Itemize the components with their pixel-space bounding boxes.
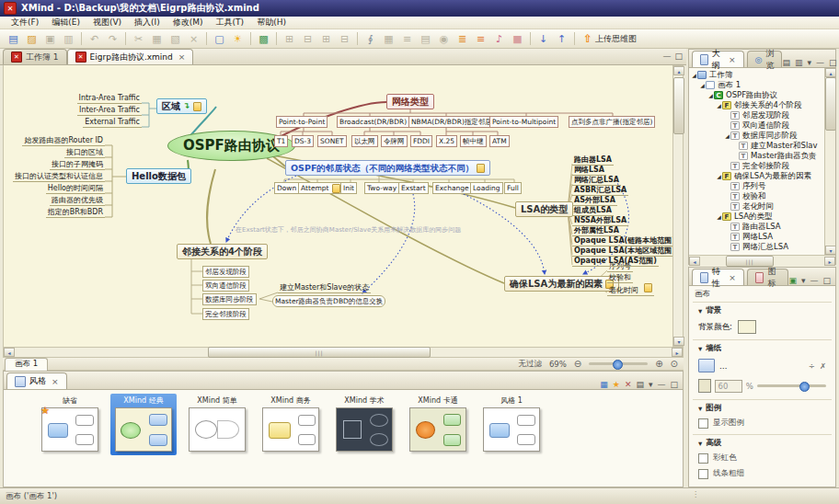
wallpaper-picture-icon[interactable] bbox=[698, 359, 715, 372]
new-view-icon[interactable]: ▣ bbox=[788, 276, 797, 285]
tree-item-central[interactable]: ◢COSPF路由协议 bbox=[689, 90, 835, 100]
phase-child[interactable]: 双向通信阶段 bbox=[202, 280, 249, 292]
presentation-icon[interactable]: ▢ bbox=[212, 32, 227, 46]
state-child[interactable]: Loading bbox=[470, 182, 503, 194]
state-child[interactable]: Attempt bbox=[298, 182, 343, 194]
new-workbook-icon[interactable]: ▤ bbox=[6, 32, 21, 46]
copy-icon[interactable]: ▦ bbox=[149, 32, 165, 46]
close-panel-icon[interactable]: × bbox=[729, 273, 736, 282]
topic-area[interactable]: 区域 ↴ bbox=[156, 98, 207, 114]
upload-map-button[interactable]: ⇧ 上传思维图 bbox=[580, 31, 640, 46]
note-icon[interactable] bbox=[644, 283, 652, 292]
state-child[interactable]: Two-way bbox=[364, 182, 399, 194]
menu-tools[interactable]: 工具(T) bbox=[211, 16, 250, 29]
tree-item[interactable]: T完全邻接阶段 bbox=[689, 161, 835, 171]
vscroll-thumb[interactable] bbox=[673, 77, 684, 134]
scroll-down-icon[interactable]: ▾ bbox=[673, 337, 684, 346]
tree-item[interactable]: T双向通信阶段 bbox=[689, 120, 835, 131]
opacity-slider-thumb[interactable] bbox=[799, 382, 810, 392]
maximize-panel-icon[interactable]: □ bbox=[822, 276, 831, 285]
background-color-swatch[interactable] bbox=[738, 320, 756, 334]
state-child[interactable]: Down bbox=[274, 182, 299, 194]
phase-child[interactable]: 数据库同步阶段 bbox=[202, 293, 257, 305]
attachment-icon[interactable]: ∮ bbox=[362, 32, 378, 46]
tree-item[interactable]: T校验和 bbox=[689, 191, 835, 201]
topic-lsa-types[interactable]: LSA的类型 bbox=[515, 201, 573, 217]
topic-lsa-freshness[interactable]: 确保LSA为最新的因素 bbox=[504, 276, 619, 292]
scroll-right-icon[interactable]: ▸ bbox=[672, 348, 683, 357]
insert-topic-before-icon[interactable]: ⊞ bbox=[318, 32, 334, 46]
paste-icon[interactable]: ▧ bbox=[167, 32, 183, 46]
picture-icon[interactable]: ▦ bbox=[381, 32, 397, 46]
section-advanced[interactable]: ▾高级 bbox=[689, 435, 835, 451]
tree-item[interactable]: T序列号 bbox=[689, 181, 835, 191]
network-grandchild[interactable]: 以太网 bbox=[351, 135, 378, 147]
state-child[interactable]: Full bbox=[504, 182, 522, 194]
network-grandchild[interactable]: 令牌网 bbox=[381, 135, 408, 147]
topic-area-child[interactable]: External Traffic bbox=[83, 117, 142, 128]
style-item-xmind-simple[interactable]: XMind 简单 bbox=[184, 394, 250, 455]
delete-icon[interactable]: × bbox=[186, 32, 201, 46]
minimize-panel-icon[interactable]: — bbox=[657, 380, 665, 389]
hscroll-thumb[interactable]: ||| bbox=[726, 256, 774, 267]
topic-hello-child[interactable]: 接口的区域 bbox=[64, 147, 105, 158]
insert-parent-topic-icon[interactable]: ⊟ bbox=[337, 32, 352, 46]
numbering-icon[interactable]: ≡ bbox=[473, 32, 488, 46]
mindmap-canvas[interactable]: OSPF路由协议 区域 ↴ Intra-Area Traffic Inter-A… bbox=[3, 65, 673, 347]
topic-hello-child[interactable]: 指定的BR和BDR bbox=[46, 207, 105, 218]
menu-chevron-icon[interactable]: ▾ bbox=[649, 380, 653, 389]
opacity-input[interactable]: 60 bbox=[715, 380, 742, 393]
scroll-down-icon[interactable]: ▾ bbox=[825, 246, 835, 255]
print-icon[interactable]: ▥ bbox=[61, 32, 76, 46]
undo-icon[interactable]: ↶ bbox=[86, 32, 102, 46]
resize-grip[interactable]: ⋮ bbox=[692, 490, 698, 498]
tree-item-sheet[interactable]: ◢画布 1 bbox=[689, 80, 835, 90]
tree-item[interactable]: T网络LSA bbox=[689, 232, 835, 242]
phase-db-child[interactable]: Master路由器负责DBD的信息交换 bbox=[272, 295, 385, 307]
state-child[interactable]: Exstart bbox=[398, 182, 429, 194]
network-child[interactable]: Point-to-Multipoint bbox=[489, 116, 558, 128]
topic-adjacency-phases[interactable]: 邻接关系的4个阶段 bbox=[177, 244, 268, 259]
close-panel-icon[interactable]: × bbox=[52, 377, 59, 386]
scroll-left-icon[interactable]: ◂ bbox=[689, 257, 700, 266]
hyperlink-icon[interactable]: ◉ bbox=[436, 32, 452, 46]
tree-item[interactable]: TMaster路由器负责 bbox=[689, 151, 835, 161]
network-child[interactable]: Point-to-Point bbox=[276, 116, 328, 128]
cut-icon[interactable]: ✂ bbox=[131, 32, 146, 46]
note-icon[interactable] bbox=[332, 184, 340, 193]
hint-lightbulb-icon[interactable]: ☀ bbox=[230, 32, 246, 46]
wallpaper-reset-icon[interactable]: ÷ bbox=[809, 361, 815, 371]
favorite-star-icon[interactable]: ★ bbox=[613, 380, 620, 389]
tab-outline[interactable]: 大纲 × bbox=[692, 51, 744, 67]
topic-hello-child[interactable]: 路由器的优先级 bbox=[50, 195, 105, 206]
tab-styles[interactable]: 风格 × bbox=[6, 372, 67, 389]
delete-style-icon[interactable]: ✕ bbox=[625, 380, 632, 389]
open-icon[interactable]: ▨ bbox=[24, 32, 40, 46]
network-grandchild[interactable]: ATM bbox=[489, 135, 510, 147]
outline-hscrollbar[interactable]: ◂ ||| ▸ bbox=[689, 255, 835, 267]
network-grandchild[interactable]: SONET bbox=[317, 135, 347, 147]
topic-hello-child[interactable]: 接口的认证类型和认证信息 bbox=[13, 171, 105, 182]
canvas-vscrollbar[interactable]: ▴ ▾ bbox=[672, 65, 684, 347]
insert-image-icon[interactable]: ▩ bbox=[256, 32, 271, 46]
insert-subtopic-icon[interactable]: ⊟ bbox=[300, 32, 316, 46]
zoom-reset-icon[interactable]: ⊙ bbox=[671, 359, 678, 369]
zoom-level[interactable]: 69% bbox=[549, 360, 567, 369]
tab-eigrp-file[interactable]: ✕ Eigrp路由协议.xmind × bbox=[67, 49, 194, 64]
scroll-left-icon[interactable]: ◂ bbox=[4, 348, 15, 357]
freshness-child[interactable]: 老化时间 bbox=[607, 283, 654, 296]
menu-file[interactable]: 文件(F) bbox=[6, 16, 44, 29]
maximize-panel-icon[interactable]: □ bbox=[829, 58, 837, 67]
minimize-panel-icon[interactable]: — bbox=[816, 58, 824, 67]
save-icon[interactable]: ▣ bbox=[42, 32, 58, 46]
tab-workbook-1[interactable]: ✕ 工作簿 1 bbox=[3, 49, 67, 64]
network-grandchild[interactable]: X.25 bbox=[436, 135, 457, 147]
topic-hello-child[interactable]: 始发路由器的Router ID bbox=[22, 135, 105, 146]
show-legend-checkbox[interactable] bbox=[698, 418, 708, 429]
network-child[interactable]: Broadcast(DR/BDR) bbox=[337, 116, 409, 128]
network-grandchild[interactable]: 帧中继 bbox=[460, 135, 487, 147]
section-legend[interactable]: ▾图例 bbox=[689, 400, 835, 416]
style-item-style-1[interactable]: 风格 1 bbox=[478, 394, 545, 455]
menu-edit[interactable]: 编辑(E) bbox=[46, 16, 86, 29]
note-icon[interactable] bbox=[193, 102, 201, 111]
